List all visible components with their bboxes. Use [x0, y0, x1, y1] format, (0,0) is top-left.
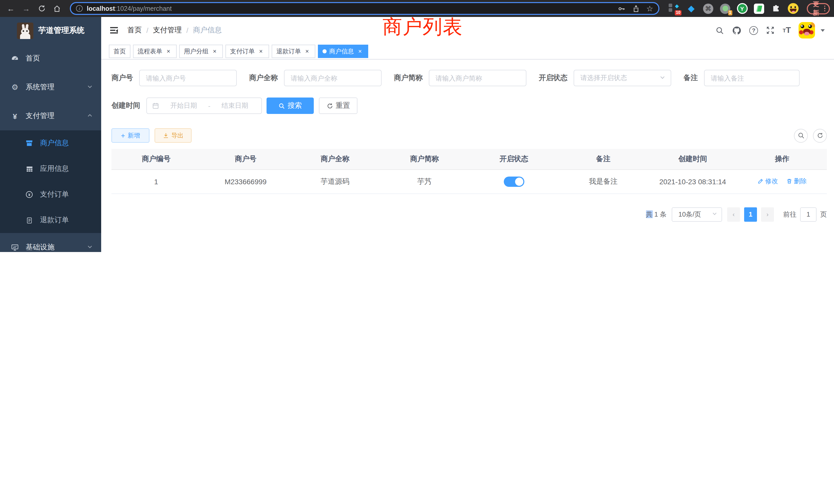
sidebar-item-pay-order[interactable]: ¥ 支付订单: [0, 182, 101, 207]
refresh-table-button[interactable]: [813, 129, 827, 142]
browser-profile-avatar[interactable]: [787, 2, 798, 15]
svg-text:¥: ¥: [28, 193, 30, 197]
reset-button-label: 重置: [336, 101, 350, 110]
remark-input[interactable]: [704, 70, 799, 86]
sidebar-item-home[interactable]: 首页: [0, 44, 101, 73]
extensions-menu-button[interactable]: [770, 2, 782, 15]
sidebar-item-merchant-info[interactable]: 商户信息: [0, 130, 101, 156]
url-path: :1024/pay/merchant: [115, 5, 172, 12]
fullscreen-icon: [766, 26, 775, 35]
add-button[interactable]: + 新增: [111, 128, 150, 143]
help-button[interactable]: ?: [749, 26, 758, 35]
sidebar-collapse-button[interactable]: [109, 25, 119, 36]
share-icon[interactable]: [632, 4, 640, 13]
export-button[interactable]: 导出: [155, 128, 192, 143]
col-merchant-name: 商户全称: [290, 149, 380, 169]
tab-label: 流程表单: [138, 47, 162, 56]
status-select-placeholder: 请选择开启状态: [580, 73, 627, 83]
goto-label: 前往: [783, 210, 796, 219]
browser-back-button[interactable]: ←: [4, 2, 18, 15]
create-time-range-picker[interactable]: 开始日期 - 结束日期: [146, 97, 262, 114]
avatar-dropdown-caret-icon[interactable]: [821, 29, 825, 31]
delete-link-label: 删除: [794, 177, 807, 186]
close-icon[interactable]: ×: [211, 48, 218, 55]
bookmark-star-icon[interactable]: ☆: [646, 4, 653, 13]
sidebar-item-label: 首页: [26, 54, 40, 63]
navbar-actions: ? TT: [716, 22, 825, 39]
close-icon[interactable]: ×: [356, 48, 364, 55]
url-text[interactable]: localhost:1024/pay/merchant: [87, 5, 613, 12]
yen-circle-icon: ¥: [25, 190, 34, 199]
reset-button[interactable]: 重置: [319, 97, 357, 114]
address-bar[interactable]: i localhost:1024/pay/merchant ☆: [70, 2, 659, 15]
sidebar-item-label: 商户信息: [40, 139, 69, 148]
sidebar-item-infra[interactable]: 基础设施: [0, 233, 101, 252]
sidebar-item-app-info[interactable]: 应用信息: [0, 156, 101, 182]
main-area: 商户列表 首页 / 支付管理 / 商户信息: [101, 17, 834, 252]
extension-status-icon[interactable]: 1: [720, 2, 731, 15]
browser-forward-button[interactable]: →: [20, 2, 33, 15]
page-number-1[interactable]: 1: [744, 207, 757, 222]
font-size-button[interactable]: TT: [783, 26, 791, 35]
extension-gem-icon[interactable]: ◆: [686, 2, 697, 15]
start-date-placeholder[interactable]: 开始日期: [162, 101, 205, 110]
extension-devtool-icon[interactable]: ◆ 10: [668, 2, 680, 15]
status-select[interactable]: 请选择开启状态: [574, 70, 671, 86]
page-size-select[interactable]: 10条/页: [672, 207, 722, 222]
browser-update-button[interactable]: 更新: [807, 3, 830, 14]
sidebar-item-system[interactable]: ⚙ 系统管理: [0, 73, 101, 101]
search-button[interactable]: 搜索: [266, 97, 314, 114]
search-icon: [278, 102, 285, 109]
tab-pay-order[interactable]: 支付订单×: [225, 45, 269, 58]
tab-user-group[interactable]: 用户分组×: [179, 45, 223, 58]
edit-link[interactable]: 修改: [758, 177, 778, 186]
chevron-down-icon: [712, 210, 718, 218]
toggle-search-button[interactable]: [794, 129, 808, 142]
cell-create-time: 2021-10-23 08:31:14: [648, 169, 738, 193]
end-date-placeholder[interactable]: 结束日期: [213, 101, 256, 110]
sidebar-item-refund-order[interactable]: 退款订单: [0, 207, 101, 233]
github-link[interactable]: [732, 25, 742, 35]
close-icon[interactable]: ×: [304, 48, 311, 55]
search-icon: [716, 26, 724, 35]
browser-home-button[interactable]: [50, 2, 64, 15]
merchant-name-label: 商户全称: [249, 73, 278, 83]
col-actions: 操作: [738, 149, 827, 169]
site-info-icon[interactable]: i: [76, 5, 83, 12]
goto-page-input[interactable]: [800, 207, 816, 222]
sidebar-logo[interactable]: 芋道管理系统: [0, 17, 101, 44]
password-key-icon[interactable]: [617, 4, 625, 13]
tab-refund-order[interactable]: 退款订单×: [272, 45, 315, 58]
tab-process-form[interactable]: 流程表单×: [133, 45, 177, 58]
extension-command-icon[interactable]: ⌘: [703, 2, 714, 15]
cell-actions: 修改 删除: [738, 169, 827, 193]
tab-merchant-info[interactable]: 商户信息×: [318, 45, 368, 58]
kebab-menu-icon[interactable]: [824, 6, 825, 12]
browser-reload-button[interactable]: [35, 2, 48, 15]
merchant-name-input[interactable]: [284, 70, 381, 86]
sidebar-item-pay[interactable]: ¥ 支付管理: [0, 101, 101, 130]
col-merchant-short: 商户简称: [380, 149, 469, 169]
app-title: 芋道管理系统: [38, 26, 85, 36]
breadcrumb-home[interactable]: 首页: [127, 26, 142, 35]
header-search-button[interactable]: [716, 26, 724, 35]
extension-y-icon[interactable]: Y: [737, 2, 748, 15]
delete-link[interactable]: 删除: [786, 177, 807, 186]
prev-page-button[interactable]: ‹: [727, 207, 740, 222]
merchant-no-input[interactable]: [139, 70, 237, 86]
extension-leaf-icon[interactable]: [753, 2, 765, 15]
status-toggle[interactable]: [504, 176, 524, 187]
col-remark: 备注: [558, 149, 648, 169]
user-avatar[interactable]: [798, 22, 815, 39]
next-page-button[interactable]: ›: [761, 207, 774, 222]
fullscreen-button[interactable]: [766, 26, 775, 35]
close-icon[interactable]: ×: [165, 48, 172, 55]
tab-label: 商户信息: [329, 47, 354, 56]
y-letter-icon: Y: [738, 4, 746, 13]
cell-merchant-no: M233666999: [201, 169, 290, 193]
tab-home[interactable]: 首页: [109, 45, 130, 58]
forward-icon: →: [22, 4, 30, 13]
merchant-short-input[interactable]: [429, 70, 526, 86]
close-icon[interactable]: ×: [257, 48, 264, 55]
chevron-down-icon: [87, 243, 93, 251]
